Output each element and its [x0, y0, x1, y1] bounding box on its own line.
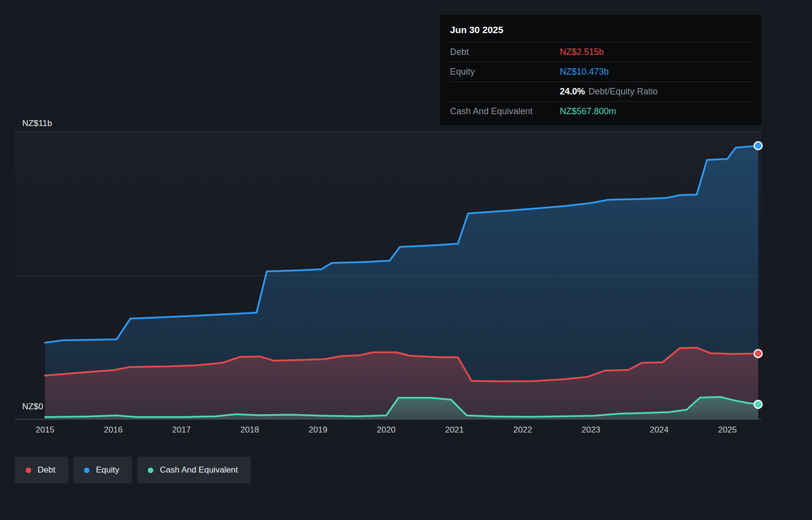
legend-item-debt[interactable]: Debt	[15, 457, 68, 483]
legend-cash-label: Cash And Equivalent	[160, 465, 238, 475]
tooltip-cash-value: NZ$567.800m	[560, 106, 616, 117]
tooltip-cash-label: Cash And Equivalent	[450, 106, 560, 117]
tooltip-row-equity: Equity NZ$10.473b	[450, 62, 752, 82]
legend-item-equity[interactable]: Equity	[73, 457, 132, 483]
cash-dot-icon	[148, 468, 153, 473]
legend-equity-label: Equity	[96, 465, 119, 475]
ratio-caption: Debt/Equity Ratio	[588, 87, 658, 96]
y-axis-zero-label: NZ$0	[22, 402, 43, 412]
legend-debt-label: Debt	[38, 465, 55, 475]
y-axis-top-label: NZ$11b	[22, 119, 52, 129]
tooltip-equity-value: NZ$10.473b	[560, 67, 609, 77]
equity-end-dot	[754, 142, 762, 150]
debt-equity-chart-page: NZ$11b NZ$0 2015201620172018201920202021…	[0, 0, 812, 520]
cash-and-equivalent-end-dot	[754, 400, 762, 408]
legend-item-cash[interactable]: Cash And Equivalent	[137, 457, 251, 483]
legend: Debt Equity Cash And Equivalent	[15, 457, 251, 483]
tooltip-debt-value: NZ$2.515b	[560, 47, 604, 57]
tooltip-row-cash: Cash And Equivalent NZ$567.800m	[450, 101, 752, 121]
tooltip-debt-label: Debt	[450, 47, 560, 57]
equity-dot-icon	[84, 468, 90, 473]
tooltip-date: Jun 30 2025	[450, 22, 752, 42]
debt-end-dot	[754, 349, 762, 357]
tooltip-equity-label: Equity	[450, 67, 560, 77]
tooltip-ratio-value: 24.0%Debt/Equity Ratio	[560, 87, 658, 97]
tooltip: Jun 30 2025 Debt NZ$2.515b Equity NZ$10.…	[440, 15, 762, 125]
debt-dot-icon	[26, 468, 31, 473]
tooltip-row-ratio: 24.0%Debt/Equity Ratio	[450, 82, 752, 101]
tooltip-row-debt: Debt NZ$2.515b	[450, 42, 752, 62]
ratio-percent: 24.0%	[560, 87, 585, 96]
